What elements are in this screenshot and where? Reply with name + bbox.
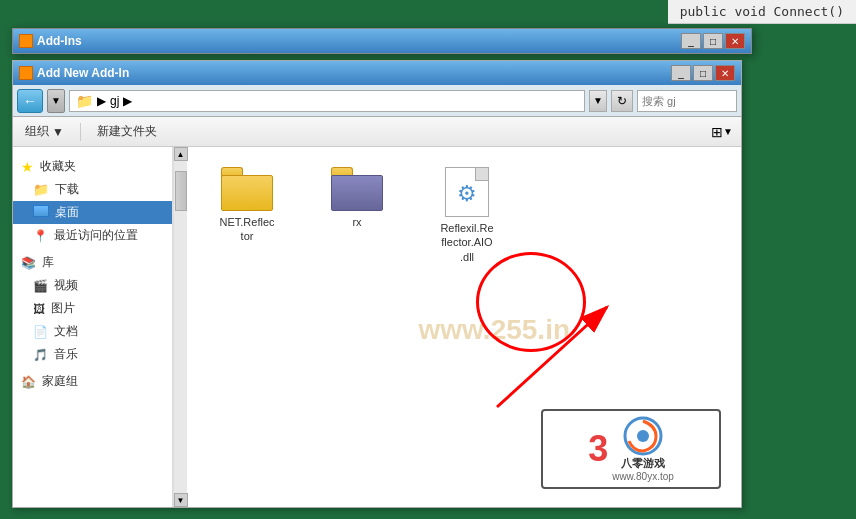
logo-swirl-icon xyxy=(621,416,665,456)
addnew-title-text: Add New Add-In xyxy=(37,66,129,80)
newfolder-button[interactable]: 新建文件夹 xyxy=(93,121,161,142)
folder-icon-netreflector xyxy=(221,167,273,211)
homegroup-icon: 🏠 xyxy=(21,375,36,389)
address-path[interactable]: 📁 ▶ gj ▶ xyxy=(69,90,585,112)
sidebar-item-video[interactable]: 🎬 视频 xyxy=(13,274,172,297)
sidebar-label-favorites: 收藏夹 xyxy=(40,158,76,175)
addnew-maximize-button[interactable]: □ xyxy=(693,65,713,81)
search-input[interactable] xyxy=(637,90,737,112)
sidebar-item-homegroup[interactable]: 🏠 家庭组 xyxy=(13,370,172,393)
favorites-icon: ★ xyxy=(21,159,34,175)
dll-gear-icon: ⚙ xyxy=(457,181,477,207)
view-icons[interactable]: ⊞ ▼ xyxy=(711,124,733,140)
addins-title-left: Add-Ins xyxy=(19,34,82,48)
path-segment: gj xyxy=(110,94,119,108)
sidebar-item-documents[interactable]: 📄 文档 xyxy=(13,320,172,343)
addnew-controls: _ □ ✕ xyxy=(671,65,735,81)
nav-forward-button[interactable]: ▼ xyxy=(47,89,65,113)
sidebar-item-library[interactable]: 📚 库 xyxy=(13,251,172,274)
file-item-netreflector[interactable]: NET.Reflector xyxy=(207,167,287,244)
sidebar-item-download[interactable]: 📁 下载 xyxy=(13,178,172,201)
sidebar-item-desktop[interactable]: 桌面 xyxy=(13,201,172,224)
organize-arrow: ▼ xyxy=(52,125,64,139)
library-icon: 📚 xyxy=(21,256,36,270)
file-label-reflexil: Reflexil.Reflector.AIO.dll xyxy=(440,221,493,264)
scroll-up-button[interactable]: ▲ xyxy=(174,147,188,161)
path-separator: ▶ xyxy=(97,94,106,108)
download-icon: 📁 xyxy=(33,182,49,197)
images-icon: 🖼 xyxy=(33,302,45,316)
addnew-title-left: Add New Add-In xyxy=(19,66,129,80)
scroll-track xyxy=(174,161,187,493)
music-icon: 🎵 xyxy=(33,348,48,362)
organize-label: 组织 xyxy=(25,123,49,140)
file-label-netreflector: NET.Reflector xyxy=(219,215,274,244)
addins-window-icon xyxy=(19,34,33,48)
background-code: public void Connect() xyxy=(668,0,856,24)
file-area: www.255.in NET.Reflector rx xyxy=(187,147,741,507)
addins-title-text: Add-Ins xyxy=(37,34,82,48)
folder-icon-rx xyxy=(331,167,383,211)
sidebar-section-homegroup: 🏠 家庭组 xyxy=(13,370,172,393)
sidebar-label-desktop: 桌面 xyxy=(55,204,79,221)
organize-button[interactable]: 组织 ▼ xyxy=(21,121,68,142)
sidebar-section-library: 📚 库 🎬 视频 🖼 图片 📄 文档 🎵 音乐 xyxy=(13,251,172,366)
view-dropdown-icon[interactable]: ▼ xyxy=(723,126,733,137)
logo-right: 八零游戏 www.80yx.top xyxy=(612,416,674,482)
address-refresh-button[interactable]: ↻ xyxy=(611,90,633,112)
sidebar-label-images: 图片 xyxy=(51,300,75,317)
path-separator2: ▶ xyxy=(123,94,132,108)
addnew-titlebar: Add New Add-In _ □ ✕ xyxy=(13,61,741,85)
sidebar-item-favorites[interactable]: ★ 收藏夹 xyxy=(13,155,172,178)
file-item-rx[interactable]: rx xyxy=(317,167,397,229)
sidebar-label-recent: 最近访问的位置 xyxy=(54,227,138,244)
newfolder-label: 新建文件夹 xyxy=(97,123,157,140)
location-icon: 📍 xyxy=(33,229,48,243)
watermark-text: www.255.in xyxy=(419,314,570,346)
files-row: NET.Reflector rx ⚙ Reflexil.Reflector.AI… xyxy=(207,167,721,264)
svg-point-3 xyxy=(637,430,649,442)
addins-maximize-button[interactable]: □ xyxy=(703,33,723,49)
sidebar: ★ 收藏夹 📁 下载 桌面 📍 最近访问的位置 📚 xyxy=(13,147,173,507)
scroll-thumb[interactable] xyxy=(175,171,187,211)
logo-number: 3 xyxy=(588,428,608,470)
sidebar-section-favorites: ★ 收藏夹 📁 下载 桌面 📍 最近访问的位置 xyxy=(13,155,172,247)
sidebar-label-video: 视频 xyxy=(54,277,78,294)
addnew-close-button[interactable]: ✕ xyxy=(715,65,735,81)
logo-url: www.80yx.top xyxy=(612,471,674,482)
file-label-rx: rx xyxy=(352,215,361,229)
file-item-reflexil[interactable]: ⚙ Reflexil.Reflector.AIO.dll xyxy=(427,167,507,264)
sidebar-item-music[interactable]: 🎵 音乐 xyxy=(13,343,172,366)
addins-close-button[interactable]: ✕ xyxy=(725,33,745,49)
sidebar-item-recent[interactable]: 📍 最近访问的位置 xyxy=(13,224,172,247)
sidebar-label-music: 音乐 xyxy=(54,346,78,363)
logo-text: 八零游戏 xyxy=(621,456,665,471)
addins-window: Add-Ins _ □ ✕ xyxy=(12,28,752,54)
sidebar-item-images[interactable]: 🖼 图片 xyxy=(13,297,172,320)
sidebar-label-documents: 文档 xyxy=(54,323,78,340)
logo-watermark: 3 八零游戏 www.80yx.top xyxy=(541,409,721,489)
addins-minimize-button[interactable]: _ xyxy=(681,33,701,49)
scroll-down-button[interactable]: ▼ xyxy=(174,493,188,507)
addnew-window-icon xyxy=(19,66,33,80)
annotation-circle xyxy=(476,252,586,352)
sidebar-label-homegroup: 家庭组 xyxy=(42,373,78,390)
sidebar-scrollbar[interactable]: ▲ ▼ xyxy=(173,147,187,507)
sidebar-label-library: 库 xyxy=(42,254,54,271)
addnew-minimize-button[interactable]: _ xyxy=(671,65,691,81)
video-icon: 🎬 xyxy=(33,279,48,293)
address-dropdown-button[interactable]: ▼ xyxy=(589,90,607,112)
toolbar-divider xyxy=(80,123,81,141)
nav-back-button[interactable]: ← xyxy=(17,89,43,113)
view-grid-icon[interactable]: ⊞ xyxy=(711,124,723,140)
documents-icon: 📄 xyxy=(33,325,48,339)
desktop-icon xyxy=(33,205,49,220)
dll-icon-reflexil: ⚙ xyxy=(445,167,489,217)
sidebar-label-download: 下载 xyxy=(55,181,79,198)
svg-line-1 xyxy=(497,307,607,407)
addnew-window: Add New Add-In _ □ ✕ ← ▼ 📁 ▶ gj ▶ ▼ ↻ 组织… xyxy=(12,60,742,508)
toolbar: 组织 ▼ 新建文件夹 ⊞ ▼ xyxy=(13,117,741,147)
annotation-arrow xyxy=(467,277,647,417)
addins-controls: _ □ ✕ xyxy=(681,33,745,49)
addins-titlebar: Add-Ins _ □ ✕ xyxy=(13,29,751,53)
